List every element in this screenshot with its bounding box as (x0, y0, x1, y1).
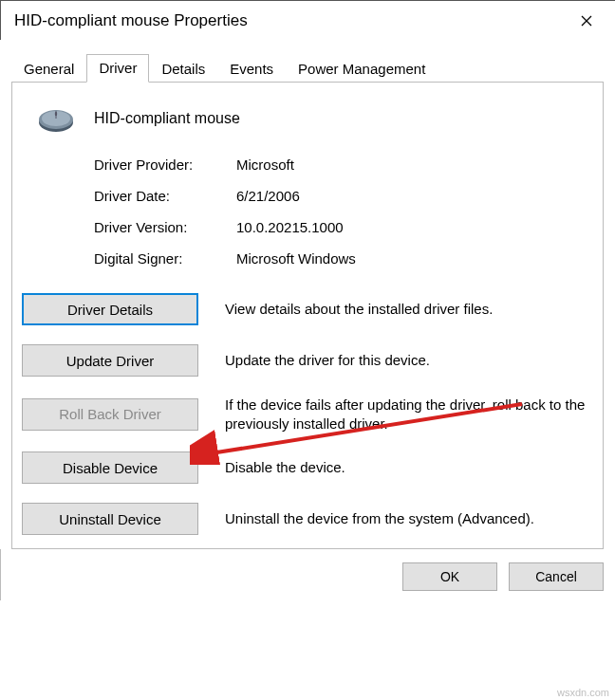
watermark: wsxdn.com (557, 687, 609, 698)
tab-page-driver: HID-compliant mouse Driver Provider: Mic… (11, 83, 604, 549)
digital-signer-label: Digital Signer: (94, 250, 236, 267)
svg-point-5 (55, 112, 57, 116)
tab-events[interactable]: Events (217, 55, 286, 83)
driver-provider-value: Microsoft (236, 157, 593, 173)
close-icon (581, 15, 592, 27)
dialog-footer: OK Cancel (0, 549, 615, 600)
driver-info: Driver Provider: Microsoft Driver Date: … (94, 157, 593, 267)
update-driver-desc: Update the driver for this device. (225, 351, 593, 370)
update-driver-button[interactable]: Update Driver (22, 344, 198, 377)
cancel-button[interactable]: Cancel (509, 562, 604, 591)
driver-details-desc: View details about the installed driver … (225, 300, 593, 319)
close-button[interactable] (566, 7, 607, 35)
titlebar: HID-compliant mouse Properties (0, 0, 615, 40)
mouse-icon (35, 101, 79, 136)
tab-driver[interactable]: Driver (86, 54, 149, 83)
disable-device-button[interactable]: Disable Device (22, 451, 198, 484)
driver-date-value: 6/21/2006 (236, 188, 593, 204)
roll-back-driver-desc: If the device fails after updating the d… (225, 396, 593, 433)
driver-date-label: Driver Date: (94, 188, 236, 204)
tabstrip: General Driver Details Events Power Mana… (11, 53, 604, 83)
driver-version-label: Driver Version: (94, 219, 236, 235)
driver-details-button[interactable]: Driver Details (22, 293, 198, 325)
uninstall-device-desc: Uninstall the device from the system (Ad… (225, 509, 593, 528)
driver-provider-label: Driver Provider: (94, 157, 236, 173)
device-name: HID-compliant mouse (94, 110, 240, 127)
roll-back-driver-button: Roll Back Driver (22, 398, 198, 431)
device-header: HID-compliant mouse (35, 101, 593, 136)
tab-power-management[interactable]: Power Management (286, 55, 438, 83)
driver-version-value: 10.0.20215.1000 (236, 219, 593, 235)
ok-button[interactable]: OK (402, 562, 497, 591)
tab-details[interactable]: Details (149, 55, 217, 83)
driver-actions: Driver Details View details about the in… (22, 293, 593, 535)
digital-signer-value: Microsoft Windows (236, 250, 593, 267)
tab-general[interactable]: General (11, 55, 86, 83)
uninstall-device-button[interactable]: Uninstall Device (22, 503, 198, 535)
disable-device-desc: Disable the device. (225, 458, 593, 477)
window-title: HID-compliant mouse Properties (14, 11, 248, 30)
